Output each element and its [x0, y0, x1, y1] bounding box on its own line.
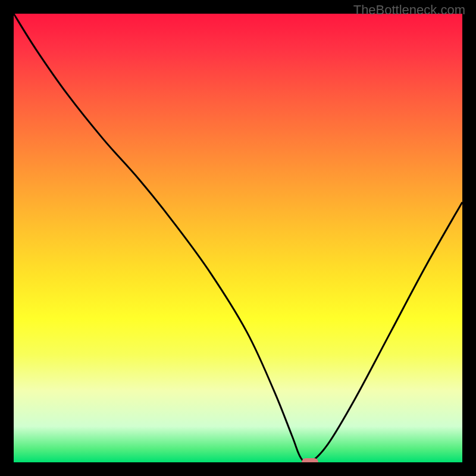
plot-area	[14, 14, 462, 462]
optimum-marker	[302, 458, 318, 462]
watermark-label: TheBottleneck.com	[353, 2, 465, 18]
bottleneck-curve	[14, 14, 462, 462]
